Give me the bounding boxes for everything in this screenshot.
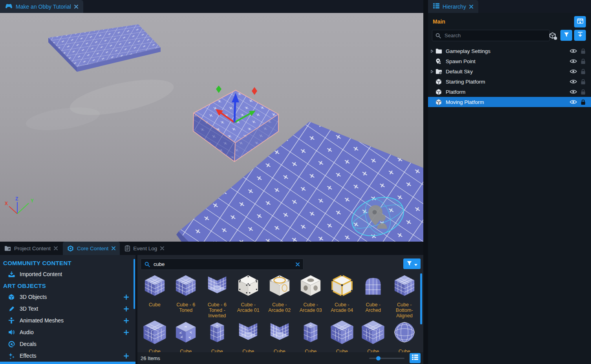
asset-tile[interactable]: Cube — [389, 320, 420, 354]
add-icon[interactable] — [124, 318, 129, 323]
visibility-eye-icon[interactable] — [570, 79, 577, 84]
asset-label: Cube - Arcade 04 — [327, 302, 357, 313]
hierarchy-filter-button[interactable] — [560, 30, 572, 41]
asset-tile[interactable]: Cube - 6 Toned — [170, 273, 202, 318]
thumbnail-size-slider[interactable] — [369, 358, 404, 359]
hierarchy-row[interactable]: Starting Platform — [428, 76, 591, 87]
asset-grid-row-1: Cube Cube - 6 Toned Cube - 6 Toned - Inv… — [139, 273, 420, 318]
asset-tile[interactable]: Cube — [358, 320, 389, 354]
sidebar-scrollbar[interactable] — [134, 259, 135, 309]
close-icon[interactable] — [469, 4, 473, 10]
scene-canvas: Z X Y — [0, 13, 423, 242]
asset-search-input[interactable] — [153, 261, 293, 268]
content-tab[interactable]: Project Content — [0, 242, 62, 255]
sidebar-item-label: Audio — [20, 329, 135, 335]
add-icon[interactable] — [124, 330, 129, 335]
row-label: Spawn Point — [446, 58, 591, 64]
asset-tile[interactable]: Cube — [201, 320, 233, 354]
lock-icon[interactable] — [581, 79, 586, 85]
category-icon — [7, 294, 16, 300]
lock-icon[interactable] — [581, 99, 586, 105]
asset-filter-button[interactable] — [403, 258, 421, 269]
grid-view-button[interactable] — [410, 353, 421, 363]
content-tab[interactable]: Event Log — [121, 242, 168, 255]
asset-tile[interactable]: Cube - Arcade 02 — [264, 273, 295, 318]
lock-icon[interactable] — [581, 69, 586, 75]
add-icon[interactable] — [124, 353, 129, 359]
close-icon[interactable] — [160, 246, 164, 250]
hierarchy-row[interactable]: Moving Platform — [428, 97, 591, 107]
sidebar-item[interactable]: Effects — [0, 350, 135, 362]
asset-tile[interactable]: Cube — [264, 320, 295, 354]
clear-search-icon[interactable] — [296, 262, 300, 266]
asset-tile[interactable]: Cube - Arcade 04 — [326, 273, 358, 318]
sidebar-selected-row-edge — [0, 362, 135, 364]
sidebar-item-label: Decals — [20, 341, 135, 347]
sidebar-item[interactable]: Decals — [0, 338, 135, 350]
asset-tile[interactable]: Cube - 6 Toned - Inverted — [201, 273, 233, 318]
world-settings-button[interactable] — [574, 16, 586, 27]
tab-hierarchy[interactable]: Hierarchy — [428, 0, 478, 13]
content-panel: Project Content Core Content Event Log C… — [0, 242, 423, 364]
asset-tile[interactable]: Cube — [233, 320, 264, 354]
hierarchy-search[interactable] — [432, 30, 550, 41]
asset-label: Cube - 6 Toned — [170, 302, 201, 313]
asset-tile[interactable]: Cube — [295, 320, 327, 354]
close-icon[interactable] — [54, 246, 58, 250]
visibility-eye-icon[interactable] — [570, 89, 577, 94]
asset-tile[interactable]: Cube — [170, 320, 202, 354]
tab-make-an-obby-tutorial[interactable]: Make an Obby Tutorial — [0, 0, 83, 13]
expand-caret-icon[interactable] — [430, 70, 434, 73]
gizmo-plane-handle-green[interactable] — [216, 86, 221, 93]
visibility-eye-icon[interactable] — [570, 49, 577, 53]
hierarchy-row[interactable]: Spawn Point — [428, 56, 591, 66]
category-icon — [7, 341, 16, 348]
asset-grid-scrollbar[interactable] — [420, 273, 422, 324]
category-icon — [7, 329, 16, 335]
gizmo-plane-handle-red[interactable] — [252, 87, 257, 95]
asset-tile[interactable]: Cube - Arcade 03 — [295, 273, 327, 318]
scene-name-label: Main — [433, 18, 445, 25]
asset-tile[interactable]: Cube — [139, 273, 170, 318]
sidebar-item-label: 3D Text — [20, 306, 135, 312]
row-label: Default Sky — [446, 69, 591, 75]
asset-tile[interactable]: Cube - Bottom-Aligned — [389, 273, 420, 318]
asset-label: Cube - Arched — [358, 302, 388, 313]
cube-select-icon[interactable] — [549, 32, 558, 40]
sidebar-item[interactable]: Imported Content — [0, 268, 135, 280]
sidebar-item[interactable]: 3D Objects — [0, 291, 135, 303]
asset-tile[interactable]: Cube - Arcade 01 — [233, 273, 264, 318]
hierarchy-search-input[interactable] — [444, 32, 546, 39]
lock-icon[interactable] — [581, 48, 586, 54]
asset-label: Cube - Arcade 01 — [233, 302, 263, 313]
community-content-header: COMMUNITY CONTENT — [0, 257, 135, 268]
close-icon[interactable] — [74, 5, 78, 9]
asset-thumbnail — [173, 320, 199, 346]
close-icon[interactable] — [112, 246, 115, 250]
add-icon[interactable] — [124, 306, 129, 311]
row-type-icon — [435, 88, 443, 95]
starting-platform[interactable] — [48, 24, 161, 72]
hierarchy-row[interactable]: Default Sky — [428, 66, 591, 76]
lock-icon[interactable] — [581, 89, 586, 95]
asset-search[interactable] — [141, 258, 304, 270]
hierarchy-row[interactable]: Gameplay Settings — [428, 46, 591, 56]
slider-thumb[interactable] — [376, 356, 381, 360]
visibility-eye-icon[interactable] — [570, 69, 577, 74]
asset-tile[interactable]: Cube — [139, 320, 170, 354]
visibility-eye-icon[interactable] — [570, 100, 577, 104]
hierarchy-panel: Hierarchy Main — [428, 0, 591, 364]
sidebar-item[interactable]: 3D Text — [0, 303, 135, 315]
collapse-all-button[interactable] — [574, 30, 586, 41]
asset-tile[interactable]: Cube — [326, 320, 358, 354]
viewport-3d[interactable]: Z X Y — [0, 13, 423, 242]
hierarchy-row[interactable]: Platform — [428, 87, 591, 97]
expand-caret-icon[interactable] — [430, 49, 434, 53]
sidebar-item[interactable]: Animated Meshes — [0, 315, 135, 326]
visibility-eye-icon[interactable] — [570, 59, 577, 64]
lock-icon[interactable] — [581, 58, 586, 64]
asset-tile[interactable]: Cube - Arched — [358, 273, 389, 318]
sidebar-item[interactable]: Audio — [0, 326, 135, 338]
add-icon[interactable] — [124, 295, 129, 300]
content-tab[interactable]: Core Content — [63, 242, 120, 255]
